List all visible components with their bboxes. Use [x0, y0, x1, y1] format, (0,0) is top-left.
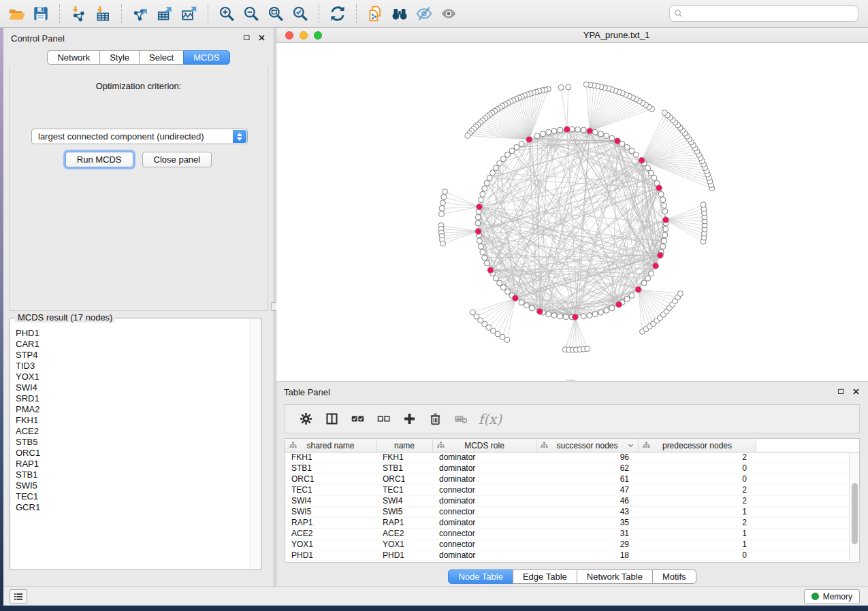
graph-node[interactable] [514, 144, 519, 150]
graph-mcds-node[interactable] [652, 263, 658, 269]
graph-node[interactable] [645, 165, 651, 171]
graph-node[interactable] [581, 314, 586, 319]
tab-select[interactable]: Select [139, 50, 184, 65]
graph-node[interactable] [563, 314, 568, 320]
graph-node[interactable] [629, 293, 634, 298]
float-panel-icon[interactable] [836, 386, 846, 397]
column-header-predecessor-nodes[interactable]: predecessor nodes [639, 439, 756, 452]
deselect-all-button[interactable] [372, 408, 395, 431]
graph-mcds-node[interactable] [564, 127, 570, 133]
column-header-successor-nodes[interactable]: successor nodes [536, 439, 639, 452]
table-scrollbar-thumb[interactable] [852, 483, 858, 544]
graph-node[interactable] [546, 129, 551, 135]
graph-node[interactable] [493, 165, 498, 171]
graph-mcds-node[interactable] [512, 295, 518, 301]
mcds-result-item[interactable]: SWI4 [16, 382, 250, 393]
mcds-result-item[interactable]: PHD1 [16, 328, 250, 339]
graph-node[interactable] [649, 170, 654, 176]
close-panel-icon[interactable] [257, 33, 267, 43]
columns-button[interactable] [320, 408, 343, 431]
graph-node[interactable] [484, 261, 489, 266]
run-mcds-button[interactable]: Run MCDS [65, 152, 133, 167]
import-table-button[interactable] [91, 2, 115, 25]
table-row[interactable]: ORC1ORC1dominator610 [285, 474, 849, 485]
graph-node[interactable] [551, 128, 557, 133]
graph-node[interactable] [475, 214, 481, 220]
mcds-result-item[interactable]: SWI5 [16, 480, 250, 491]
save-button[interactable] [29, 2, 53, 25]
graph-node[interactable] [581, 127, 586, 133]
graph-node[interactable] [575, 127, 581, 132]
refresh-button[interactable] [325, 2, 350, 25]
mcds-result-item[interactable]: CAR1 [16, 339, 250, 350]
column-header-MCDS-role[interactable]: MCDS role [433, 439, 536, 452]
graph-mcds-node[interactable] [635, 286, 641, 293]
graph-mcds-node[interactable] [656, 185, 662, 191]
graph-node[interactable] [540, 131, 545, 137]
graph-node[interactable] [509, 148, 515, 154]
graph-node[interactable] [480, 250, 485, 255]
graph-node[interactable] [558, 127, 563, 133]
graph-node[interactable] [484, 180, 489, 186]
graph-node[interactable] [546, 312, 551, 317]
graph-node[interactable] [440, 241, 445, 246]
mcds-result-item[interactable]: STB1 [16, 469, 250, 480]
graph-node[interactable] [477, 238, 482, 244]
graph-node[interactable] [465, 133, 470, 138]
graph-node[interactable] [634, 152, 639, 157]
table-row[interactable]: TEC1TEC1connector472 [285, 485, 849, 496]
graph-mcds-node[interactable] [587, 128, 593, 134]
graph-node[interactable] [505, 289, 511, 295]
export-image-button[interactable] [177, 2, 202, 25]
graph-node[interactable] [558, 85, 564, 90]
tab-style[interactable]: Style [99, 50, 140, 65]
graph-node[interactable] [443, 189, 448, 195]
graph-node[interactable] [478, 244, 483, 249]
graph-mcds-node[interactable] [572, 314, 578, 320]
binoculars-button[interactable] [387, 2, 412, 25]
graph-mcds-node[interactable] [526, 136, 532, 142]
graph-node[interactable] [500, 156, 506, 162]
column-header-shared-name[interactable]: shared name [285, 439, 376, 452]
graph-node[interactable] [478, 197, 483, 203]
graph-node[interactable] [482, 186, 487, 191]
graph-node[interactable] [504, 337, 510, 342]
graph-node[interactable] [662, 203, 667, 208]
zoom-fit-button[interactable] [263, 2, 288, 25]
graph-node[interactable] [645, 276, 651, 281]
graph-node[interactable] [662, 209, 668, 214]
folder-open-button[interactable] [4, 2, 29, 25]
graph-node[interactable] [439, 212, 445, 217]
export-network-button[interactable] [128, 2, 152, 25]
graph-node[interactable] [662, 238, 667, 244]
graph-node[interactable] [583, 82, 589, 87]
show-eye-button[interactable] [436, 2, 461, 25]
mcds-result-item[interactable]: STB5 [16, 437, 250, 448]
graph-node[interactable] [652, 176, 657, 181]
graph-mcds-node[interactable] [475, 228, 481, 234]
graph-mcds-node[interactable] [639, 157, 645, 163]
mcds-result-item[interactable]: TID3 [16, 361, 250, 371]
float-panel-icon[interactable] [242, 33, 252, 43]
gear-button[interactable] [294, 408, 317, 431]
graph-node[interactable] [475, 220, 481, 226]
add-button[interactable] [398, 408, 421, 431]
graph-node[interactable] [629, 148, 634, 154]
tab-network[interactable]: Network [47, 50, 100, 65]
memory-button[interactable]: Memory [804, 589, 860, 604]
graph-node[interactable] [587, 313, 592, 318]
mcds-result-item[interactable]: ORC1 [16, 448, 250, 459]
zoom-in-button[interactable] [214, 2, 239, 25]
graph-node[interactable] [641, 280, 647, 286]
import-network-button[interactable] [66, 2, 91, 25]
mcds-result-item[interactable]: RAP1 [16, 459, 250, 469]
column-header-name[interactable]: name [376, 439, 433, 452]
graph-mcds-node[interactable] [477, 203, 483, 210]
table-row[interactable]: RAP1RAP1dominator352 [285, 518, 849, 529]
criterion-dropdown[interactable]: largest connected component (undirected) [31, 129, 248, 144]
close-panel-icon[interactable] [851, 386, 861, 397]
table-row[interactable]: SWI4SWI4dominator462 [285, 496, 849, 507]
graph-node[interactable] [660, 197, 666, 203]
hide-eye-button[interactable] [412, 2, 436, 25]
graph-mcds-node[interactable] [614, 138, 620, 144]
